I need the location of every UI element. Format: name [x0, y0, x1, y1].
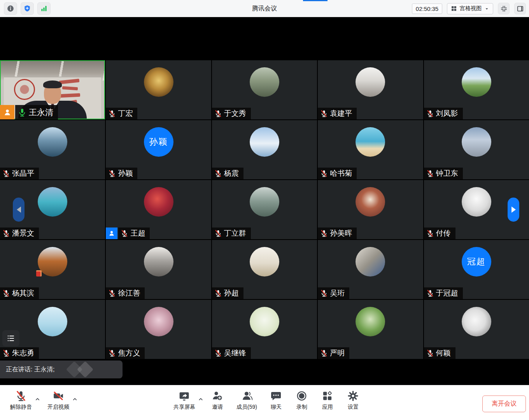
- participant-tile[interactable]: 杨其滨: [0, 240, 105, 299]
- participant-label: 焦方义: [106, 347, 145, 359]
- participant-tile[interactable]: 王永清: [0, 60, 105, 119]
- leave-meeting-button[interactable]: 离开会议: [482, 396, 526, 412]
- mic-muted-icon: [320, 110, 328, 117]
- mic-muted-icon: [426, 289, 434, 297]
- participant-avatar: [462, 187, 491, 217]
- mic-muted-icon: [214, 289, 222, 297]
- unmute-options-chevron[interactable]: [33, 392, 41, 406]
- mic-muted-icon: [426, 110, 434, 117]
- participant-tile[interactable]: 何颖: [424, 300, 529, 359]
- participant-name: 吴珩: [330, 288, 345, 298]
- participant-tile[interactable]: 孙美晖: [318, 180, 423, 239]
- participant-tile[interactable]: 孙颖 孙颖: [106, 120, 211, 179]
- mic-muted-icon: [214, 110, 222, 117]
- participant-avatar: [144, 187, 173, 217]
- participant-label: 孙美晖: [318, 228, 357, 239]
- participant-tile[interactable]: 丁立群: [212, 180, 317, 239]
- participant-name: 丁宏: [118, 108, 133, 119]
- invite-button[interactable]: 邀请: [205, 389, 230, 411]
- participant-tile[interactable]: 杨震: [212, 120, 317, 179]
- mic-muted-icon: [108, 110, 116, 117]
- participant-tile[interactable]: 张晶平: [0, 120, 105, 179]
- participant-avatar: [356, 67, 385, 97]
- participant-label: 袁建平: [318, 108, 357, 119]
- participant-tile[interactable]: 严明: [318, 300, 423, 359]
- participant-label: 付传: [424, 228, 455, 239]
- exit-fullscreen-button[interactable]: [498, 3, 510, 14]
- view-mode-button[interactable]: 宫格视图: [447, 3, 493, 14]
- participant-tile[interactable]: 刘凤影: [424, 60, 529, 119]
- mic-muted-icon: [108, 289, 116, 297]
- toolbar-item-label: 成员(59): [236, 404, 257, 411]
- top-bar: 腾讯会议 02:50:35 宫格视图: [0, 0, 529, 17]
- participant-tile[interactable]: 吴珩: [318, 240, 423, 299]
- participant-avatar: [38, 307, 67, 336]
- participant-tile[interactable]: 冠超 于冠超: [424, 240, 529, 299]
- chat-button[interactable]: 聊天: [263, 389, 289, 411]
- participant-name: 杨震: [224, 168, 239, 178]
- mic-muted-icon: [2, 289, 10, 297]
- participant-initials-avatar: 冠超: [462, 247, 491, 276]
- caret-down-icon: [484, 6, 489, 11]
- participant-tile[interactable]: 孙超: [212, 240, 317, 299]
- side-panel-button[interactable]: [514, 3, 526, 14]
- participant-list-toggle-button[interactable]: [2, 330, 19, 346]
- next-participants-button[interactable]: [508, 198, 519, 222]
- participant-label: 于冠超: [424, 287, 463, 299]
- previous-participants-button[interactable]: [13, 198, 25, 222]
- participant-avatar: [38, 247, 67, 276]
- participant-tile[interactable]: 朱志勇: [0, 300, 105, 359]
- share-screen-button[interactable]: 共享屏幕: [167, 389, 201, 411]
- mic-muted-icon: [214, 170, 222, 177]
- participant-name: 张晶平: [12, 168, 34, 178]
- participant-tile[interactable]: 王超: [106, 180, 211, 239]
- side-panel-icon: [517, 5, 524, 12]
- participant-label: 丁宏: [106, 108, 137, 119]
- participant-avatar: [462, 307, 491, 336]
- mic-muted-icon: [2, 229, 10, 237]
- host-badge: [0, 105, 14, 119]
- toolbar-item-label: 共享屏幕: [173, 404, 195, 411]
- participant-avatar: [250, 67, 279, 97]
- participant-tile[interactable]: 袁建平: [318, 60, 423, 119]
- participant-tile[interactable]: 钟卫东: [424, 120, 529, 179]
- members-button[interactable]: 成员(59): [230, 389, 263, 411]
- participant-name: 丁立群: [224, 228, 246, 238]
- invite-icon: [212, 390, 223, 402]
- participant-name: 严明: [330, 348, 345, 358]
- participant-avatar: [144, 307, 173, 336]
- unmute-button[interactable]: 解除静音: [4, 389, 38, 411]
- participant-label: 何颖: [424, 347, 455, 359]
- participant-label: 于文秀: [212, 108, 251, 119]
- participant-tile[interactable]: 焦方义: [106, 300, 211, 359]
- participant-grid: 王永清 丁宏 于文秀: [0, 60, 529, 359]
- start-video-options-chevron[interactable]: [71, 392, 79, 406]
- participant-avatar: [250, 127, 279, 157]
- participant-avatar: [38, 127, 67, 157]
- participant-initials-avatar: 孙颖: [144, 127, 173, 157]
- toolbar-item-label: 邀请: [212, 404, 223, 411]
- participant-name: 袁建平: [330, 108, 352, 119]
- toolbar-item-label: 录制: [296, 404, 307, 411]
- members-icon: [241, 390, 252, 402]
- participant-tile[interactable]: 丁宏: [106, 60, 211, 119]
- top-right-controls: 02:50:35 宫格视图: [412, 0, 526, 17]
- participant-avatar: [144, 67, 173, 97]
- gear-icon: [347, 390, 359, 402]
- participant-tile[interactable]: 吴继锋: [212, 300, 317, 359]
- settings-button[interactable]: 设置: [340, 389, 366, 411]
- apps-button[interactable]: 应用: [315, 389, 340, 411]
- participant-tile[interactable]: 于文秀: [212, 60, 317, 119]
- start-video-button[interactable]: 开启视频: [41, 389, 75, 411]
- participant-tile[interactable]: 徐江善: [106, 240, 211, 299]
- participant-avatar: [250, 187, 279, 217]
- participant-name: 徐江善: [118, 288, 140, 298]
- participant-avatar: [144, 247, 173, 276]
- participant-label: 丁立群: [212, 228, 251, 239]
- participant-name: 孙颖: [118, 168, 133, 178]
- share-screen-options-chevron[interactable]: [197, 392, 205, 406]
- participant-avatar: [462, 127, 491, 157]
- participant-label: 王超: [106, 228, 150, 239]
- participant-tile[interactable]: 哈书菊: [318, 120, 423, 179]
- record-button[interactable]: 录制: [289, 389, 315, 411]
